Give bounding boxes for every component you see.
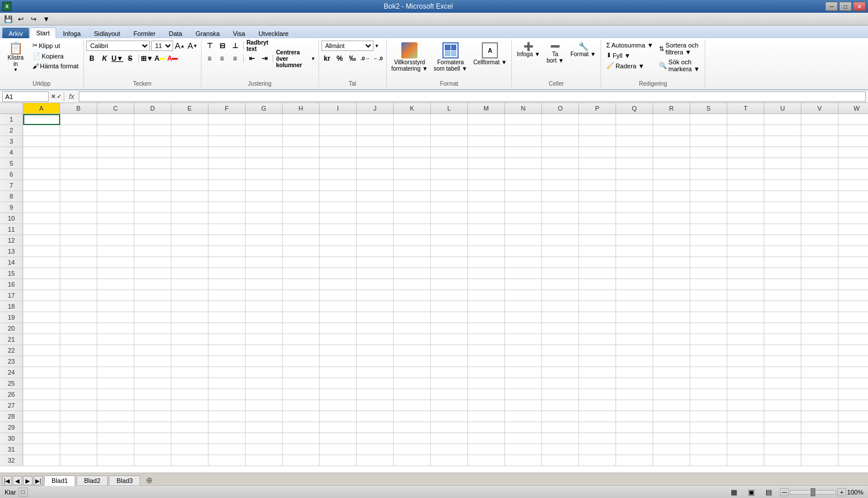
cell-Q17[interactable]: [616, 290, 653, 301]
cell-W16[interactable]: [838, 279, 868, 290]
row-header-17[interactable]: 17: [0, 290, 23, 301]
cell-K30[interactable]: [394, 433, 431, 444]
cell-C16[interactable]: [97, 279, 134, 290]
cell-R24[interactable]: [653, 367, 690, 378]
cell-A24[interactable]: [23, 367, 60, 378]
cell-L30[interactable]: [431, 433, 468, 444]
row-header-30[interactable]: 30: [0, 433, 23, 444]
cell-U9[interactable]: [764, 202, 801, 213]
cell-N24[interactable]: [505, 367, 542, 378]
cell-A8[interactable]: [23, 191, 60, 202]
cell-L5[interactable]: [431, 158, 468, 169]
cell-K8[interactable]: [394, 191, 431, 202]
align-center-button[interactable]: ≡: [217, 53, 228, 64]
cell-I29[interactable]: [320, 422, 357, 433]
col-header-L[interactable]: L: [431, 103, 468, 113]
cell-B22[interactable]: [60, 345, 97, 356]
zoom-slider[interactable]: [790, 490, 836, 495]
cell-H29[interactable]: [283, 422, 320, 433]
cell-Q29[interactable]: [616, 422, 653, 433]
cell-N6[interactable]: [505, 169, 542, 180]
cell-C25[interactable]: [97, 378, 134, 389]
cell-B20[interactable]: [60, 323, 97, 334]
cell-W23[interactable]: [838, 356, 868, 367]
cell-T13[interactable]: [727, 246, 764, 257]
cell-Q23[interactable]: [616, 356, 653, 367]
cell-P12[interactable]: [579, 235, 616, 246]
cell-P18[interactable]: [579, 301, 616, 312]
fill-button[interactable]: ⬇Fyll ▼: [604, 50, 655, 60]
cell-B1[interactable]: [60, 114, 97, 125]
cell-E17[interactable]: [171, 290, 208, 301]
cell-O2[interactable]: [542, 125, 579, 136]
format-table-button[interactable]: Formaterasom tabell ▼: [431, 41, 470, 74]
cell-P9[interactable]: [579, 202, 616, 213]
cell-T26[interactable]: [727, 389, 764, 400]
cell-I23[interactable]: [320, 356, 357, 367]
cell-Q26[interactable]: [616, 389, 653, 400]
cell-C27[interactable]: [97, 400, 134, 411]
cell-K11[interactable]: [394, 224, 431, 235]
cell-F11[interactable]: [208, 224, 246, 235]
cell-A20[interactable]: [23, 323, 60, 334]
cell-C11[interactable]: [97, 224, 134, 235]
row-header-24[interactable]: 24: [0, 367, 23, 378]
cell-V22[interactable]: [801, 345, 838, 356]
cell-T12[interactable]: [727, 235, 764, 246]
cell-U18[interactable]: [764, 301, 801, 312]
bold-button[interactable]: B: [86, 53, 98, 64]
cell-M14[interactable]: [468, 257, 505, 268]
cell-G11[interactable]: [246, 224, 283, 235]
cell-S25[interactable]: [690, 378, 727, 389]
cell-R25[interactable]: [653, 378, 690, 389]
cell-V10[interactable]: [801, 213, 838, 224]
cell-R1[interactable]: [653, 114, 690, 125]
cell-V21[interactable]: [801, 334, 838, 345]
cell-A26[interactable]: [23, 389, 60, 400]
cell-A18[interactable]: [23, 301, 60, 312]
cell-W10[interactable]: [838, 213, 868, 224]
cell-U22[interactable]: [764, 345, 801, 356]
cell-W14[interactable]: [838, 257, 868, 268]
cell-D24[interactable]: [134, 367, 171, 378]
cell-G10[interactable]: [246, 213, 283, 224]
cell-L15[interactable]: [431, 268, 468, 279]
cell-L22[interactable]: [431, 345, 468, 356]
cell-V9[interactable]: [801, 202, 838, 213]
cell-E7[interactable]: [171, 180, 208, 191]
row-header-11[interactable]: 11: [0, 224, 23, 235]
cell-O25[interactable]: [542, 378, 579, 389]
cell-M6[interactable]: [468, 169, 505, 180]
cell-O3[interactable]: [542, 136, 579, 147]
cell-K22[interactable]: [394, 345, 431, 356]
normal-view-button[interactable]: ▦: [728, 487, 741, 497]
col-header-U[interactable]: U: [764, 103, 801, 113]
cell-J29[interactable]: [357, 422, 394, 433]
cell-M30[interactable]: [468, 433, 505, 444]
cell-I25[interactable]: [320, 378, 357, 389]
cell-E16[interactable]: [171, 279, 208, 290]
cell-W22[interactable]: [838, 345, 868, 356]
cell-M1[interactable]: [468, 114, 505, 125]
cell-M29[interactable]: [468, 422, 505, 433]
cell-H12[interactable]: [283, 235, 320, 246]
cell-P6[interactable]: [579, 169, 616, 180]
cell-G18[interactable]: [246, 301, 283, 312]
col-header-Q[interactable]: Q: [616, 103, 653, 113]
cell-U32[interactable]: [764, 455, 801, 466]
cell-A16[interactable]: [23, 279, 60, 290]
cell-I7[interactable]: [320, 180, 357, 191]
cell-R2[interactable]: [653, 125, 690, 136]
cell-C5[interactable]: [97, 158, 134, 169]
cell-G30[interactable]: [246, 433, 283, 444]
cell-U25[interactable]: [764, 378, 801, 389]
cell-T28[interactable]: [727, 411, 764, 422]
cell-T6[interactable]: [727, 169, 764, 180]
cell-O20[interactable]: [542, 323, 579, 334]
row-header-9[interactable]: 9: [0, 202, 23, 213]
format-cell-button[interactable]: 🔧 Format ▼: [568, 41, 598, 59]
cell-B24[interactable]: [60, 367, 97, 378]
col-header-H[interactable]: H: [283, 103, 320, 113]
cell-S21[interactable]: [690, 334, 727, 345]
cell-P8[interactable]: [579, 191, 616, 202]
